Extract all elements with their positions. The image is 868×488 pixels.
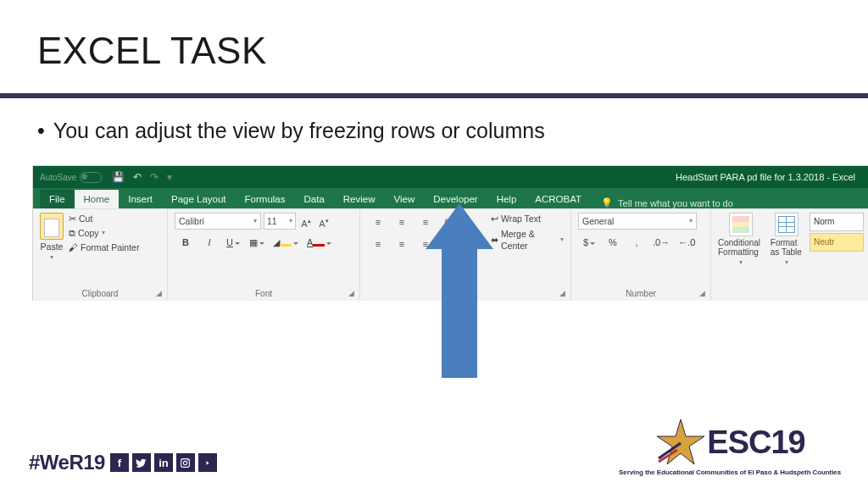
accounting-format-button[interactable]: $ xyxy=(578,233,600,252)
instagram-icon[interactable] xyxy=(176,453,195,472)
cut-button[interactable]: ✂Cut xyxy=(69,213,139,225)
decrease-font-icon[interactable]: A▾ xyxy=(316,213,331,230)
fill-color-button[interactable]: ◢ xyxy=(270,233,302,252)
format-painter-button[interactable]: 🖌Format Painter xyxy=(69,241,139,253)
group-label: Number◢ xyxy=(578,287,704,301)
brand-esc: ESC xyxy=(707,424,771,461)
align-center-icon[interactable]: ≡ xyxy=(391,235,413,253)
decrease-decimal-button[interactable]: ←.0 xyxy=(675,233,698,252)
youtube-icon[interactable] xyxy=(198,453,217,472)
font-name-value: Calibri xyxy=(179,214,204,229)
footer-hashtag-block: #WeR19 f in xyxy=(29,451,217,474)
align-left-icon[interactable]: ≡ xyxy=(367,235,389,253)
save-icon[interactable]: 💾 xyxy=(112,171,125,183)
group-label: Font◢ xyxy=(175,287,353,301)
chevron-down-icon: ▾ xyxy=(102,227,105,239)
autosave-label: AutoSave xyxy=(40,173,76,182)
wrap-label: Wrap Text xyxy=(501,213,541,225)
italic-button[interactable]: I xyxy=(198,233,220,252)
title-rule xyxy=(0,93,868,98)
table-icon xyxy=(775,213,798,236)
facebook-icon[interactable]: f xyxy=(110,453,129,472)
brand-19: 19 xyxy=(771,424,804,461)
style-neutral[interactable]: Neutr xyxy=(810,233,864,252)
font-size-select[interactable]: 11▾ xyxy=(264,213,296,230)
tab-formulas[interactable]: Formulas xyxy=(236,190,295,208)
brand-text: ESC19 xyxy=(707,424,804,461)
cond-label: Conditional Formatting xyxy=(718,238,764,257)
svg-rect-0 xyxy=(181,458,190,467)
lightbulb-icon: 💡 xyxy=(601,197,613,208)
svg-point-1 xyxy=(184,461,187,464)
social-icons: f in xyxy=(110,453,217,472)
paste-icon xyxy=(40,213,64,240)
star-icon xyxy=(654,418,707,467)
conditional-formatting-icon xyxy=(729,213,753,236)
font-name-select[interactable]: Calibri▾ xyxy=(175,213,261,230)
brush-icon: 🖌 xyxy=(69,241,78,253)
group-font: Calibri▾ 11▾ A▴ A▾ B I U ▦ ◢ A Font◢ xyxy=(168,209,360,301)
style-normal[interactable]: Norm xyxy=(810,213,864,231)
increase-font-icon[interactable]: A▴ xyxy=(298,213,314,230)
svg-point-2 xyxy=(187,459,188,460)
tab-page-layout[interactable]: Page Layout xyxy=(162,190,236,208)
paste-button[interactable]: Paste ▾ xyxy=(40,213,64,261)
borders-icon: ▦ xyxy=(249,237,258,247)
bold-button[interactable]: B xyxy=(175,233,197,252)
comma-format-button[interactable]: , xyxy=(626,233,648,252)
format-as-table-button[interactable]: Format as Table▾ xyxy=(771,213,803,266)
copy-icon: ⧉ xyxy=(69,227,75,239)
group-label: Clipboard◢ xyxy=(40,287,160,301)
dialog-launcher-icon[interactable]: ◢ xyxy=(699,289,705,297)
bullet-text: You can adjust the view by freezing rows… xyxy=(37,119,545,143)
esc19-logo: ESC19 Serving the Educational Communitie… xyxy=(619,418,841,476)
tab-data[interactable]: Data xyxy=(295,190,334,208)
dialog-launcher-icon[interactable]: ◢ xyxy=(348,289,354,297)
conditional-formatting-button[interactable]: Conditional Formatting▾ xyxy=(718,213,764,266)
dialog-launcher-icon[interactable]: ◢ xyxy=(559,289,565,297)
font-color-button[interactable]: A xyxy=(303,233,335,252)
copy-button[interactable]: ⧉Copy ▾ xyxy=(69,227,139,239)
group-label xyxy=(718,287,864,301)
tab-review[interactable]: Review xyxy=(334,190,385,208)
tell-me-search[interactable]: 💡 Tell me what you want to do xyxy=(601,197,733,208)
number-format-select[interactable]: General▾ xyxy=(578,213,697,230)
scissors-icon: ✂ xyxy=(69,213,76,225)
align-middle-icon[interactable]: ≡ xyxy=(391,213,413,231)
slide-title: EXCEL TASK xyxy=(37,30,267,72)
arrow-shaft xyxy=(442,249,477,378)
twitter-icon[interactable] xyxy=(132,453,151,472)
cell-styles-gallery[interactable]: Norm Neutr xyxy=(810,213,864,252)
format-painter-label: Format Painter xyxy=(81,241,139,253)
merge-center-button[interactable]: ⬌Merge & Center ▾ xyxy=(491,228,564,252)
linkedin-icon[interactable]: in xyxy=(154,453,173,472)
tab-view[interactable]: View xyxy=(385,190,425,208)
copy-label: Copy xyxy=(78,227,99,239)
underline-button[interactable]: U xyxy=(222,233,244,252)
tab-acrobat[interactable]: ACROBAT xyxy=(526,190,591,208)
tab-home[interactable]: Home xyxy=(75,190,120,208)
tell-me-label: Tell me what you want to do xyxy=(618,198,733,208)
customize-qat-icon[interactable]: ▾ xyxy=(167,171,172,183)
group-clipboard: Paste ▾ ✂Cut ⧉Copy ▾ 🖌Format Painter Cli… xyxy=(33,209,168,301)
brand-tagline: Serving the Educational Communities of E… xyxy=(619,469,841,476)
align-top-icon[interactable]: ≡ xyxy=(367,213,389,231)
autosave-toggle[interactable]: AutoSave xyxy=(40,172,102,183)
arrow-head-icon xyxy=(426,203,493,249)
chevron-down-icon: ▾ xyxy=(50,253,53,261)
undo-icon[interactable]: ↶ xyxy=(133,171,142,183)
redo-icon[interactable]: ↷ xyxy=(150,171,159,183)
wrap-text-button[interactable]: ↩Wrap Text xyxy=(491,213,564,225)
group-number: General▾ $ % , .0→ ←.0 Number◢ xyxy=(571,209,711,301)
bucket-icon: ◢ xyxy=(273,237,280,247)
increase-decimal-button[interactable]: .0→ xyxy=(649,233,673,252)
tab-file[interactable]: File xyxy=(40,190,75,208)
tab-insert[interactable]: Insert xyxy=(119,190,162,208)
borders-button[interactable]: ▦ xyxy=(246,233,268,252)
font-size-value: 11 xyxy=(267,214,277,229)
dialog-launcher-icon[interactable]: ◢ xyxy=(156,289,162,297)
paste-label: Paste xyxy=(41,241,64,252)
cut-label: Cut xyxy=(79,213,92,225)
toggle-off-icon xyxy=(80,172,102,183)
percent-format-button[interactable]: % xyxy=(602,233,624,252)
